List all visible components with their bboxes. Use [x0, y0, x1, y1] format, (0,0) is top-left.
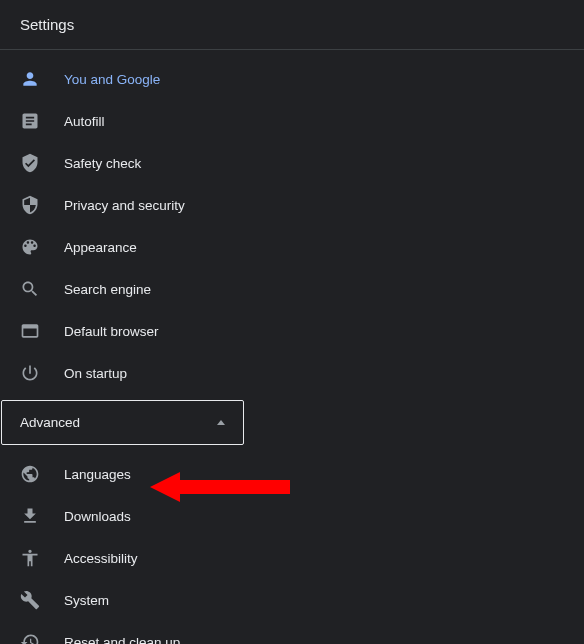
nav-item-label: Search engine	[64, 282, 151, 297]
nav-item-autofill[interactable]: Autofill	[0, 100, 584, 142]
nav-item-label: Downloads	[64, 509, 131, 524]
nav-item-appearance[interactable]: Appearance	[0, 226, 584, 268]
nav-item-search-engine[interactable]: Search engine	[0, 268, 584, 310]
wrench-icon	[20, 590, 40, 610]
nav-item-label: Privacy and security	[64, 198, 185, 213]
nav-item-you-and-google[interactable]: You and Google	[0, 58, 584, 100]
chevron-up-icon	[217, 420, 225, 425]
nav-item-label: Languages	[64, 467, 131, 482]
appearance-icon	[20, 237, 40, 257]
accessibility-icon	[20, 548, 40, 568]
power-icon	[20, 363, 40, 383]
browser-icon	[20, 321, 40, 341]
advanced-toggle[interactable]: Advanced	[1, 400, 244, 445]
nav-item-languages[interactable]: Languages	[0, 453, 584, 495]
nav-item-label: You and Google	[64, 72, 160, 87]
nav-item-safety-check[interactable]: Safety check	[0, 142, 584, 184]
nav-item-label: Accessibility	[64, 551, 138, 566]
nav-item-downloads[interactable]: Downloads	[0, 495, 584, 537]
autofill-icon	[20, 111, 40, 131]
nav-item-default-browser[interactable]: Default browser	[0, 310, 584, 352]
safety-check-icon	[20, 153, 40, 173]
nav-item-label: Autofill	[64, 114, 105, 129]
security-icon	[20, 195, 40, 215]
nav-item-reset-and-clean-up[interactable]: Reset and clean up	[0, 621, 584, 644]
page-title: Settings	[20, 16, 564, 33]
settings-header: Settings	[0, 0, 584, 50]
nav-item-label: Safety check	[64, 156, 141, 171]
globe-icon	[20, 464, 40, 484]
search-icon	[20, 279, 40, 299]
nav-item-on-startup[interactable]: On startup	[0, 352, 584, 394]
advanced-label: Advanced	[20, 415, 80, 430]
nav-item-label: System	[64, 593, 109, 608]
download-icon	[20, 506, 40, 526]
reset-icon	[20, 632, 40, 644]
person-icon	[20, 69, 40, 89]
nav-item-privacy-and-security[interactable]: Privacy and security	[0, 184, 584, 226]
nav-item-accessibility[interactable]: Accessibility	[0, 537, 584, 579]
settings-nav: You and Google Autofill Safety check Pri…	[0, 50, 584, 644]
nav-item-label: Reset and clean up	[64, 635, 180, 645]
nav-item-label: Default browser	[64, 324, 159, 339]
nav-item-label: On startup	[64, 366, 127, 381]
nav-item-label: Appearance	[64, 240, 137, 255]
nav-item-system[interactable]: System	[0, 579, 584, 621]
